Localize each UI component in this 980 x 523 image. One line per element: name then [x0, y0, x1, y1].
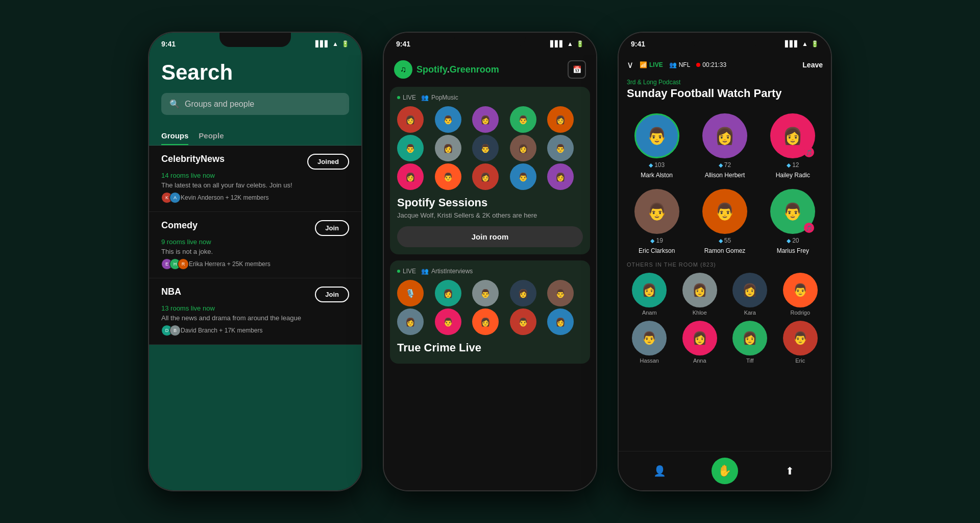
room-title-1: Spotify Sessions [397, 196, 583, 209]
join-button-2[interactable]: Join [315, 220, 349, 236]
other-name-anam: Anam [642, 310, 657, 316]
signal-icon: ▋▋▋ [315, 40, 329, 47]
room-avatar: 👨 [472, 135, 499, 161]
category-tag-1: 👥 PopMusic [421, 94, 458, 101]
status-icons-3: ▋▋▋ ▲ 🔋 [785, 40, 819, 47]
room-avatar: 👩 [397, 163, 424, 190]
category-label-2: ArtistInterviews [431, 268, 473, 275]
time-1: 9:41 [161, 40, 176, 48]
group-desc-1: The latest tea on all your fav celebs. J… [161, 181, 349, 189]
phone-live-room: 9:41 ▋▋▋ ▲ 🔋 ∨ 📶 LIVE 👥 NFL 00:21:33 [618, 32, 832, 491]
others-label: OTHERS IN THE ROOM (823) [627, 262, 823, 268]
points-hailey: 12 [792, 161, 799, 169]
group-desc-2: This is not a joke. [161, 248, 349, 255]
room-avatar: 👨 [397, 135, 424, 161]
speaker-ramon: 👨 ◆ 55 Ramon Gomez [695, 189, 754, 254]
speaker-points-eric: ◆ 19 [650, 237, 663, 244]
speaker-name-ramon: Ramon Gomez [704, 247, 746, 254]
member-avatar: B [169, 325, 181, 336]
joined-button-1[interactable]: Joined [307, 154, 349, 170]
diamond-icon-hailey: ◆ [787, 162, 791, 169]
group-name-3: NBA [161, 287, 181, 297]
speaker-name-marius: Marius Frey [777, 247, 809, 254]
room-avatar: 👨 [435, 106, 461, 133]
speaker-points-marius: ◆ 20 [787, 237, 799, 244]
points-mark: 103 [654, 161, 665, 169]
other-avatar-hassan: 👨 [632, 321, 667, 355]
group-name-2: Comedy [161, 220, 198, 231]
live-label-1: LIVE [403, 94, 416, 101]
search-input-box[interactable]: 🔍 Groups and people [161, 93, 349, 115]
notch-2 [454, 33, 526, 47]
raise-hand-button[interactable]: ✋ [712, 458, 738, 484]
member-avatars-1: K A [161, 192, 178, 203]
other-name-hassan: Hassan [640, 358, 659, 364]
tab-people[interactable]: People [199, 131, 224, 145]
room-avatar: 🎙️ [397, 280, 424, 306]
people-icon-nfl: 👥 [669, 61, 677, 68]
live-label-2: LIVE [403, 268, 416, 275]
speaker-name-mark: Mark Alston [641, 172, 673, 179]
share-icon[interactable]: ⬆ [779, 461, 800, 481]
other-eric: 👨 Eric [778, 321, 823, 364]
mute-badge-hailey: 🎵 [804, 147, 814, 157]
profile-icon[interactable]: 👤 [650, 461, 670, 481]
room-card-2: LIVE 👥 ArtistInterviews 🎙️ 👩 👨 👩 👨 👩 👨 👩… [390, 260, 590, 364]
room-tags-2: LIVE 👥 ArtistInterviews [397, 268, 583, 275]
live-bars-icon: 📶 [640, 61, 647, 68]
points-marius: 20 [792, 237, 799, 244]
leave-button[interactable]: Leave [802, 61, 823, 69]
other-name-tiff: Tiff [746, 358, 754, 364]
time-2: 9:41 [396, 40, 410, 48]
group-members-1: K A Kevin Anderson + 12K members [161, 192, 349, 203]
search-icon: 🔍 [169, 99, 180, 109]
other-tiff: 👩 Tiff [727, 321, 773, 364]
group-item-nba: NBA Join 13 rooms live now All the news … [149, 278, 361, 345]
group-header-2: Comedy Join [161, 220, 349, 236]
room-avatar: 👨 [547, 135, 574, 161]
podcast-name: 3rd & Long Podcast [627, 79, 823, 86]
diamond-icon-eric: ◆ [650, 237, 654, 244]
timer-text: 00:21:33 [702, 61, 726, 68]
other-name-khloe: Khloe [693, 310, 707, 316]
notch [219, 33, 291, 47]
status-icons-2: ▋▋▋ ▲ 🔋 [550, 40, 584, 47]
live-tag-1: LIVE [397, 94, 416, 101]
live-dot-2 [397, 270, 400, 273]
other-avatar-rodrigo: 👨 [783, 273, 818, 307]
group-rooms-1: 14 rooms live now [161, 172, 349, 179]
speaker-name-eric: Eric Clarkson [639, 247, 675, 254]
diamond-icon-mark: ◆ [649, 162, 653, 169]
speaker-avatar-wrap-eric: 👨 [634, 189, 679, 234]
member-avatars-3: D B [161, 325, 178, 336]
speaker-avatar-wrap-mark: 👨 [634, 113, 679, 158]
other-avatar-tiff: 👩 [732, 321, 767, 355]
member-avatar: A [169, 192, 181, 203]
battery-icon-2: 🔋 [576, 40, 584, 47]
spotify-logo-icon: ♫ [394, 60, 412, 79]
tabs-row: Groups People [149, 125, 361, 146]
group-rooms-3: 13 rooms live now [161, 304, 349, 312]
other-avatar-anna: 👩 [682, 321, 717, 355]
join-room-button-1[interactable]: Join room [397, 226, 583, 247]
speaker-hailey: 👩 🎵 ◆ 12 Hailey Radic [763, 113, 823, 179]
tab-groups[interactable]: Groups [161, 131, 188, 145]
room-title-2: True Crime Live [397, 341, 583, 354]
calendar-button[interactable]: 📅 [568, 60, 586, 79]
join-button-3[interactable]: Join [315, 287, 349, 302]
mute-badge-marius: 🎵 [804, 223, 814, 233]
live-screen: ∨ 📶 LIVE 👥 NFL 00:21:33 Leave 3rd & Long… [619, 55, 831, 490]
bottom-bar: 👤 ✋ ⬆ [619, 451, 831, 490]
member-avatars-2: E H R [161, 258, 186, 270]
speaker-name-allison: Allison Herbert [705, 172, 745, 179]
room-avatar: 👩 [510, 135, 536, 161]
group-desc-3: All the news and drama from around the l… [161, 314, 349, 322]
phone-search: 9:41 ▋▋▋ ▲ 🔋 Search 🔍 Groups and people … [148, 32, 362, 491]
search-placeholder: Groups and people [185, 100, 254, 109]
group-item-celebrity: CelebrityNews Joined 14 rooms live now T… [149, 146, 361, 212]
room-avatar: 👩 [510, 280, 536, 306]
speaker-marius: 👨 🎵 ◆ 20 Marius Frey [763, 189, 823, 254]
other-avatar-kara: 👩 [732, 273, 767, 307]
live-tag-2: LIVE [397, 268, 416, 275]
chevron-down-icon[interactable]: ∨ [627, 59, 633, 70]
